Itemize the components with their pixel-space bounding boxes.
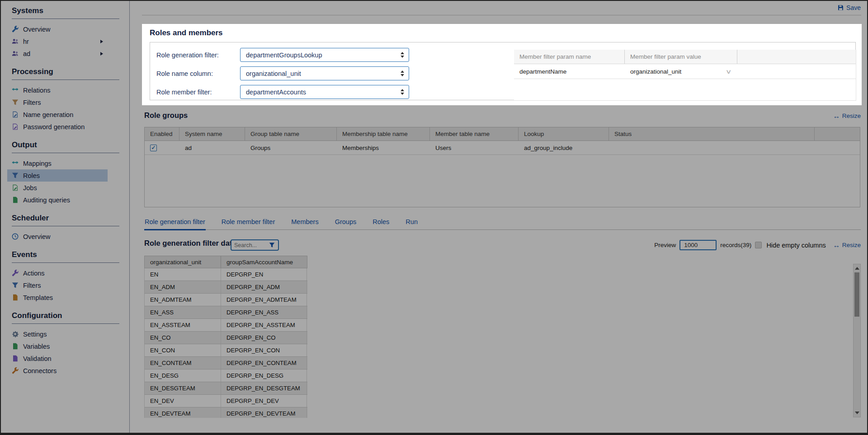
cell-group-sam-account-name: DEPGRP_EN_DEV	[221, 395, 307, 407]
role-groups-header: Enabled System name Group table name Mem…	[145, 127, 860, 141]
role-groups-resize-button[interactable]: ↔ Resize	[833, 112, 861, 119]
search-input[interactable]	[234, 242, 267, 248]
tab-members[interactable]: Members	[291, 216, 319, 229]
scroll-up-button[interactable]	[854, 265, 860, 271]
sidebar-item-hr[interactable]: hr	[1, 35, 108, 47]
hide-empty-columns-checkbox[interactable]	[755, 242, 762, 248]
section-title: Configuration	[12, 311, 119, 324]
cell-organizational-unit: EN_ASSTEAM	[145, 319, 221, 331]
sidebar-item-overview[interactable]: Overview	[1, 23, 108, 35]
sidebar-item-connectors[interactable]: Connectors	[1, 365, 108, 377]
spinner-icon[interactable]	[401, 89, 404, 95]
save-button[interactable]: Save	[837, 4, 861, 11]
hide-empty-columns-label: Hide empty columns	[766, 242, 826, 249]
select-value: departmentGroupsLookup	[246, 51, 322, 59]
search-funnel-icon[interactable]	[269, 242, 275, 248]
cell-group-sam-account-name: DEPGRP_EN_CO	[221, 332, 307, 344]
resize-icon: ↔	[833, 112, 840, 119]
role-groups-row[interactable]: ad Groups Memberships Users ad_group_inc…	[145, 141, 860, 155]
param-value-cell[interactable]: organizational_unit ∨	[625, 64, 737, 79]
sidebar-item-templates[interactable]: Templates	[1, 291, 108, 304]
preview-input[interactable]	[679, 240, 717, 250]
tab-roles[interactable]: Roles	[372, 216, 390, 229]
sidebar-item-label: Actions	[23, 270, 45, 277]
sidebar: Systems Overview hr ad Processing Relati…	[1, 1, 130, 433]
tab-groups[interactable]: Groups	[335, 216, 357, 229]
spinner-icon[interactable]	[401, 70, 404, 76]
sidebar-item-label: Filters	[23, 282, 41, 289]
table-row[interactable]: EN_DESGTEAMDEPGRP_EN_DESGTEAM	[145, 382, 307, 395]
param-table-row: departmentName organizational_unit ∨	[514, 64, 856, 79]
table-row[interactable]: EN_CODEPGRP_EN_CO	[145, 332, 307, 344]
role-member-filter-select[interactable]: departmentAccounts	[240, 85, 409, 99]
sidebar-item-filters[interactable]: Filters	[1, 96, 108, 108]
sidebar-item-event-filters[interactable]: Filters	[1, 279, 108, 291]
chevron-right-icon[interactable]	[100, 40, 103, 43]
filter-data-resize-button[interactable]: ↔ Resize	[833, 242, 861, 248]
table-row[interactable]: EN_ADMDEPGRP_EN_ADM	[145, 281, 307, 294]
sidebar-item-relations[interactable]: Relations	[1, 84, 108, 96]
enabled-checkbox[interactable]	[150, 145, 157, 151]
param-value-text: organizational_unit	[630, 68, 681, 75]
chevron-right-icon[interactable]	[100, 52, 103, 56]
sidebar-item-roles[interactable]: Roles	[7, 169, 108, 182]
spinner-icon[interactable]	[401, 52, 404, 58]
scrollbar-thumb[interactable]	[854, 272, 859, 317]
col-member-table-name: Member table name	[430, 127, 519, 140]
vertical-scrollbar[interactable]	[853, 264, 861, 417]
table-row[interactable]: EN_CONTEAMDEPGRP_EN_CONTEAM	[145, 357, 307, 370]
table-row[interactable]: EN_ADMTEAMDEPGRP_EN_ADMTEAM	[145, 294, 307, 306]
tab-role-member-filter[interactable]: Role member filter	[221, 216, 275, 229]
table-row[interactable]: EN_ASSDEPGRP_EN_ASS	[145, 306, 307, 319]
sidebar-item-name-generation[interactable]: Name generation	[1, 108, 108, 121]
cell-group-sam-account-name: DEPGRP_EN_ADMTEAM	[221, 294, 307, 306]
role-generation-filter-select[interactable]: departmentGroupsLookup	[240, 48, 409, 62]
sidebar-section-systems: Systems Overview hr ad	[1, 6, 129, 60]
sidebar-item-variables[interactable]: Variables	[1, 340, 108, 352]
sidebar-item-actions[interactable]: Actions	[1, 267, 108, 279]
sidebar-item-validation[interactable]: Validation	[1, 352, 108, 365]
triangle-up-icon	[855, 267, 859, 270]
search-box[interactable]	[231, 239, 279, 251]
filter-data-title: Role generation filter data	[144, 239, 236, 248]
sidebar-item-label: Password generation	[23, 123, 85, 131]
sidebar-item-scheduler-overview[interactable]: Overview	[1, 230, 108, 243]
param-name-cell[interactable]: departmentName	[514, 64, 625, 79]
scroll-down-button[interactable]	[854, 410, 860, 416]
cell-group-sam-account-name: DEPGRP_EN_DESGTEAM	[221, 382, 307, 394]
table-row[interactable]: EN_DEVTEAMDEPGRP_EN_DEVTEAM	[145, 407, 307, 418]
table-row[interactable]: EN_CONDEPGRP_EN_CON	[145, 344, 307, 357]
funnel-icon	[12, 172, 19, 179]
sidebar-item-auditing-queries[interactable]: Auditing queries	[1, 194, 108, 206]
sidebar-item-jobs[interactable]: Jobs	[1, 182, 108, 194]
sidebar-item-ad[interactable]: ad	[1, 47, 108, 60]
sidebar-item-settings[interactable]: Settings	[1, 328, 108, 340]
cell-organizational-unit: EN_CONTEAM	[145, 357, 221, 369]
file-icon	[12, 294, 19, 301]
table-row[interactable]: EN_DESGDEPGRP_EN_DESG	[145, 370, 307, 382]
cell-member-table-name: Users	[430, 145, 519, 151]
param-value-header: Member filter param value	[625, 50, 737, 64]
tab-role-generation-filter[interactable]: Role generation filter	[144, 216, 206, 229]
sidebar-item-password-generation[interactable]: Password generation	[1, 121, 108, 133]
role-groups-title: Role groups	[144, 111, 188, 120]
table-row[interactable]: EN_ASSTEAMDEPGRP_EN_ASSTEAM	[145, 319, 307, 332]
table-row[interactable]: ENDEPGRP_EN	[145, 268, 307, 281]
resize-icon: ↔	[833, 242, 840, 248]
chevron-down-icon[interactable]: ∨	[726, 68, 732, 75]
col-enabled: Enabled	[145, 127, 179, 140]
tab-run[interactable]: Run	[405, 216, 418, 229]
table-row[interactable]: EN_DEVDEPGRP_EN_DEV	[145, 395, 307, 407]
cell-organizational-unit: EN_DEVTEAM	[145, 407, 221, 418]
resize-label: Resize	[842, 112, 861, 119]
col-group-sam-account-name: groupSamAccountName	[221, 256, 307, 268]
sidebar-item-label: ad	[23, 50, 30, 57]
main-content: Save Roles and members Role generation f…	[130, 1, 867, 433]
role-name-column-select[interactable]: organizational_unit	[240, 66, 409, 80]
funnel-icon	[12, 99, 19, 106]
sidebar-section-configuration: Configuration Settings Variables Validat…	[1, 311, 129, 377]
col-organizational-unit: organizational_unit	[145, 256, 221, 268]
cell-membership-table-name: Memberships	[337, 145, 430, 151]
sidebar-item-mappings[interactable]: Mappings	[1, 157, 108, 169]
select-value: departmentAccounts	[246, 89, 306, 96]
